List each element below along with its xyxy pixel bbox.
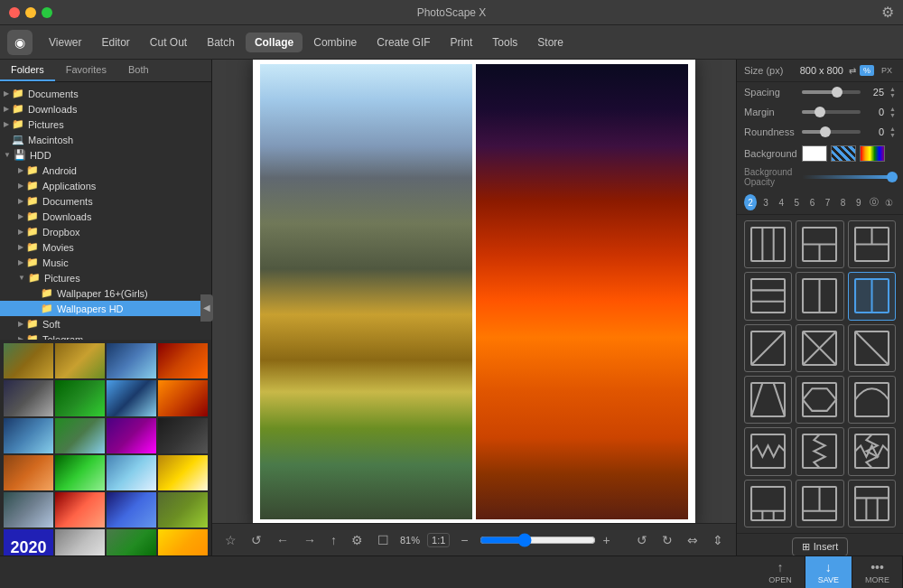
window-buttons[interactable] bbox=[9, 7, 52, 18]
bg-opacity-thumb[interactable] bbox=[887, 172, 898, 182]
thumbnail-item[interactable] bbox=[4, 455, 53, 490]
down-arrow-icon[interactable]: ▼ bbox=[889, 132, 896, 138]
folder-item-applications[interactable]: ▶ 📁 Applications bbox=[0, 178, 211, 193]
spacing-arrows[interactable]: ▲ ▼ bbox=[889, 86, 896, 98]
thumbnail-item[interactable] bbox=[55, 343, 105, 378]
zoom-slider[interactable] bbox=[479, 533, 596, 547]
thumbnail-item[interactable] bbox=[55, 380, 105, 415]
tab-folders[interactable]: Folders bbox=[0, 60, 55, 81]
num-tab-5[interactable]: 5 bbox=[790, 194, 803, 210]
folder-item-dropbox[interactable]: ▶ 📁 Dropbox bbox=[0, 224, 211, 239]
thumbnail-item[interactable] bbox=[107, 418, 156, 453]
up-icon[interactable]: ↑ bbox=[327, 531, 340, 549]
layout-item[interactable] bbox=[796, 272, 843, 320]
zoom-ratio[interactable]: 1:1 bbox=[427, 533, 450, 547]
layout-item[interactable] bbox=[744, 376, 792, 424]
bg-rainbow-swatch[interactable] bbox=[860, 145, 885, 162]
layout-item[interactable] bbox=[744, 324, 792, 372]
num-tab-7[interactable]: 7 bbox=[821, 194, 833, 210]
layout-item[interactable] bbox=[848, 324, 896, 372]
thumbnail-item[interactable] bbox=[158, 455, 208, 490]
open-button[interactable]: ↑ OPEN bbox=[756, 556, 805, 588]
margin-arrows[interactable]: ▲ ▼ bbox=[889, 106, 896, 118]
layout-item[interactable] bbox=[744, 272, 792, 320]
nav-print[interactable]: Print bbox=[442, 33, 482, 52]
layout-item[interactable] bbox=[848, 220, 896, 268]
roundness-track[interactable] bbox=[802, 130, 861, 134]
nav-store[interactable]: Store bbox=[528, 33, 573, 52]
layout-item-selected[interactable] bbox=[848, 272, 896, 320]
thumbnail-item[interactable] bbox=[4, 418, 53, 453]
folder-item-downloads[interactable]: ▶ 📁 Downloads bbox=[0, 101, 211, 117]
folder-item-wallpapershd[interactable]: ▶ 📁 Wallpapers HD bbox=[0, 301, 211, 316]
nav-combine[interactable]: Combine bbox=[304, 33, 366, 52]
nav-batch[interactable]: Batch bbox=[198, 33, 244, 52]
star-icon[interactable]: ☆ bbox=[221, 531, 240, 549]
num-tab-8[interactable]: 8 bbox=[837, 194, 850, 210]
thumbnail-item[interactable] bbox=[107, 455, 156, 490]
thumbnail-item[interactable] bbox=[158, 492, 208, 527]
nav-viewer[interactable]: Viewer bbox=[40, 33, 90, 52]
up-arrow-icon[interactable]: ▲ bbox=[889, 86, 896, 92]
tab-favorites[interactable]: Favorites bbox=[55, 60, 117, 81]
rotate-cw-icon[interactable]: ↻ bbox=[658, 531, 676, 549]
spacing-track[interactable] bbox=[802, 90, 861, 94]
thumbnail-item[interactable] bbox=[107, 529, 156, 555]
settings-icon[interactable]: ⚙ bbox=[881, 4, 894, 21]
forward-icon[interactable]: → bbox=[300, 531, 320, 549]
more-button[interactable]: ••• MORE bbox=[852, 556, 903, 588]
maximize-button[interactable] bbox=[42, 7, 52, 18]
back-icon[interactable]: ← bbox=[273, 531, 293, 549]
thumbnail-item[interactable] bbox=[158, 529, 208, 555]
thumbnail-item[interactable] bbox=[55, 492, 105, 527]
thumbnail-item[interactable] bbox=[158, 418, 208, 453]
up-arrow-icon[interactable]: ▲ bbox=[889, 106, 896, 112]
layout-item[interactable] bbox=[848, 480, 896, 527]
layout-item[interactable] bbox=[796, 376, 843, 424]
bg-white-swatch[interactable] bbox=[802, 145, 827, 162]
insert-button[interactable]: ⊞ Insert bbox=[792, 537, 849, 555]
layout-item[interactable] bbox=[796, 324, 843, 372]
thumbnail-item[interactable] bbox=[55, 529, 105, 555]
settings-icon[interactable]: ⚙ bbox=[348, 531, 367, 549]
folder-item-soft[interactable]: ▶ 📁 Soft bbox=[0, 316, 211, 331]
folder-item-documents2[interactable]: ▶ 📁 Documents bbox=[0, 193, 211, 209]
collage-canvas[interactable] bbox=[253, 60, 695, 523]
thumbnail-item[interactable]: 2020 bbox=[4, 529, 53, 555]
folder-item-movies[interactable]: ▶ 📁 Movies bbox=[0, 239, 211, 255]
minus-icon[interactable]: − bbox=[457, 531, 471, 549]
thumbnail-item[interactable] bbox=[55, 418, 105, 453]
layout-item[interactable] bbox=[796, 480, 843, 527]
down-arrow-icon[interactable]: ▼ bbox=[889, 112, 896, 118]
checkbox-icon[interactable]: ☐ bbox=[374, 531, 393, 549]
layout-item[interactable] bbox=[744, 220, 792, 268]
folder-item-hdd[interactable]: ▼ 💾 HDD bbox=[0, 147, 211, 163]
nav-editor[interactable]: Editor bbox=[92, 33, 138, 52]
layout-item[interactable] bbox=[744, 427, 792, 475]
num-tab-1[interactable]: ① bbox=[883, 194, 896, 210]
flip-h-icon[interactable]: ⇔ bbox=[684, 531, 702, 549]
num-tab-4[interactable]: 4 bbox=[775, 194, 787, 210]
down-arrow-icon[interactable]: ▼ bbox=[889, 92, 896, 98]
folder-item-telegram[interactable]: ▶ 📁 Telegram bbox=[0, 331, 211, 340]
thumbnail-item[interactable] bbox=[158, 380, 208, 415]
folder-item-documents[interactable]: ▶ 📁 Documents bbox=[0, 86, 211, 101]
layout-item[interactable] bbox=[796, 427, 843, 475]
bg-pattern-swatch[interactable] bbox=[831, 145, 856, 162]
num-tab-0[interactable]: ⓪ bbox=[868, 194, 880, 210]
up-arrow-icon[interactable]: ▲ bbox=[889, 126, 896, 132]
folder-item-wallpaper16[interactable]: ▶ 📁 Wallpaper 16+(Girls) bbox=[0, 285, 211, 301]
folder-item-pictures[interactable]: ▶ 📁 Pictures bbox=[0, 117, 211, 132]
close-button[interactable] bbox=[9, 7, 20, 18]
thumbnail-item[interactable] bbox=[4, 492, 53, 527]
thumbnail-item[interactable] bbox=[4, 380, 53, 415]
folder-item-pictures2[interactable]: ▼ 📁 Pictures bbox=[0, 270, 211, 285]
flip-v-icon[interactable]: ⇕ bbox=[709, 531, 727, 549]
thumbnail-item[interactable] bbox=[107, 343, 156, 378]
folder-item-downloads2[interactable]: ▶ 📁 Downloads bbox=[0, 209, 211, 224]
nav-cutout[interactable]: Cut Out bbox=[141, 33, 196, 52]
thumbnail-item[interactable] bbox=[158, 343, 208, 378]
rotate-ccw-icon[interactable]: ↺ bbox=[633, 531, 651, 549]
px-button[interactable]: PX bbox=[878, 65, 896, 76]
num-tab-9[interactable]: 9 bbox=[852, 194, 865, 210]
